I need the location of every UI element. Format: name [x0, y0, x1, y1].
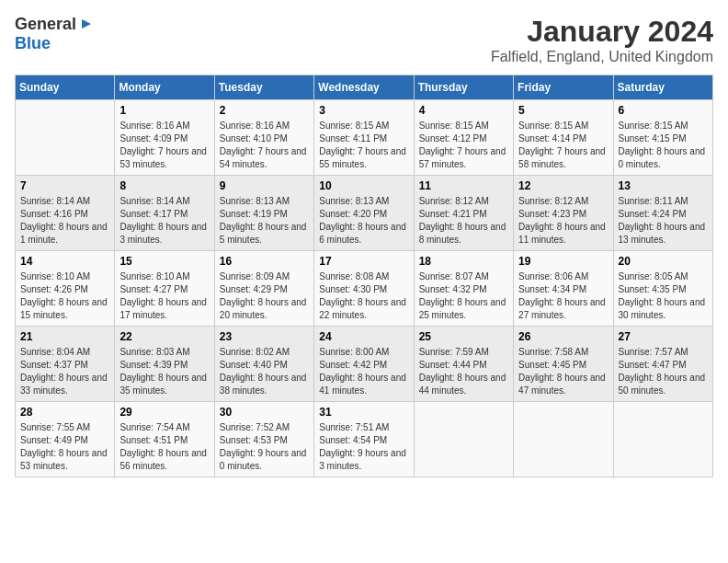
day-number: 24 [319, 330, 408, 343]
calendar-day-cell: 29Sunrise: 7:54 AMSunset: 4:51 PMDayligh… [115, 402, 214, 477]
day-info: Sunrise: 8:13 AMSunset: 4:19 PMDaylight:… [220, 195, 309, 247]
logo-general-text: General [15, 15, 76, 34]
day-number: 8 [119, 179, 209, 192]
calendar-day-cell: 26Sunrise: 7:58 AMSunset: 4:45 PMDayligh… [514, 327, 613, 402]
calendar-day-cell: 27Sunrise: 7:57 AMSunset: 4:47 PMDayligh… [613, 327, 712, 402]
day-info: Sunrise: 8:07 AMSunset: 4:32 PMDaylight:… [419, 270, 508, 322]
logo: General Blue [15, 15, 95, 53]
calendar-day-cell: 10Sunrise: 8:13 AMSunset: 4:20 PMDayligh… [314, 176, 414, 251]
calendar-week-row: 1Sunrise: 8:16 AMSunset: 4:09 PMDaylight… [16, 100, 713, 176]
logo-blue-text: Blue [15, 34, 51, 53]
calendar-day-cell: 28Sunrise: 7:55 AMSunset: 4:49 PMDayligh… [16, 402, 115, 477]
calendar-day-cell: 25Sunrise: 7:59 AMSunset: 4:44 PMDayligh… [414, 327, 513, 402]
day-number: 28 [20, 406, 109, 419]
calendar-day-cell: 6Sunrise: 8:15 AMSunset: 4:15 PMDaylight… [613, 100, 712, 176]
day-number: 22 [119, 330, 209, 343]
day-info: Sunrise: 8:03 AMSunset: 4:39 PMDaylight:… [119, 346, 209, 397]
day-number: 16 [220, 255, 309, 268]
calendar-week-row: 14Sunrise: 8:10 AMSunset: 4:26 PMDayligh… [16, 251, 713, 327]
day-number: 17 [319, 255, 408, 268]
calendar-day-cell: 4Sunrise: 8:15 AMSunset: 4:12 PMDaylight… [414, 100, 513, 176]
calendar-table: SundayMondayTuesdayWednesdayThursdayFrid… [15, 75, 713, 477]
day-number: 13 [619, 179, 708, 192]
day-info: Sunrise: 8:16 AMSunset: 4:10 PMDaylight:… [220, 120, 309, 171]
calendar-day-cell: 14Sunrise: 8:10 AMSunset: 4:26 PMDayligh… [16, 251, 115, 327]
day-info: Sunrise: 8:12 AMSunset: 4:23 PMDaylight:… [518, 195, 608, 247]
day-number: 3 [319, 104, 408, 117]
calendar-day-cell: 30Sunrise: 7:52 AMSunset: 4:53 PMDayligh… [214, 402, 313, 477]
calendar-week-row: 21Sunrise: 8:04 AMSunset: 4:37 PMDayligh… [16, 327, 713, 402]
day-info: Sunrise: 8:10 AMSunset: 4:27 PMDaylight:… [119, 270, 209, 322]
day-of-week-header: Monday [115, 75, 214, 100]
day-number: 7 [20, 179, 109, 192]
day-info: Sunrise: 8:09 AMSunset: 4:29 PMDaylight:… [220, 270, 309, 322]
day-info: Sunrise: 7:52 AMSunset: 4:53 PMDaylight:… [220, 421, 309, 473]
calendar-day-cell: 13Sunrise: 8:11 AMSunset: 4:24 PMDayligh… [613, 176, 712, 251]
day-number: 4 [419, 104, 508, 117]
day-info: Sunrise: 8:14 AMSunset: 4:17 PMDaylight:… [119, 195, 209, 247]
calendar-day-cell: 5Sunrise: 8:15 AMSunset: 4:14 PMDaylight… [514, 100, 613, 176]
calendar-header-row: SundayMondayTuesdayWednesdayThursdayFrid… [16, 75, 713, 100]
calendar-day-cell [613, 402, 712, 477]
day-number: 27 [619, 330, 708, 343]
day-number: 19 [518, 255, 608, 268]
calendar-day-cell: 19Sunrise: 8:06 AMSunset: 4:34 PMDayligh… [514, 251, 613, 327]
calendar-day-cell [514, 402, 613, 477]
calendar-day-cell: 17Sunrise: 8:08 AMSunset: 4:30 PMDayligh… [314, 251, 414, 327]
day-info: Sunrise: 7:54 AMSunset: 4:51 PMDaylight:… [119, 421, 209, 473]
calendar-day-cell: 1Sunrise: 8:16 AMSunset: 4:09 PMDaylight… [115, 100, 214, 176]
calendar-day-cell: 2Sunrise: 8:16 AMSunset: 4:10 PMDaylight… [214, 100, 313, 176]
header: General Blue January 2024 Falfield, Engl… [15, 15, 713, 65]
calendar-day-cell: 24Sunrise: 8:00 AMSunset: 4:42 PMDayligh… [314, 327, 414, 402]
calendar-body: 1Sunrise: 8:16 AMSunset: 4:09 PMDaylight… [16, 100, 713, 477]
location-title: Falfield, England, United Kingdom [491, 49, 713, 65]
calendar-day-cell: 31Sunrise: 7:51 AMSunset: 4:54 PMDayligh… [314, 402, 414, 477]
day-of-week-header: Sunday [16, 75, 115, 100]
day-info: Sunrise: 8:08 AMSunset: 4:30 PMDaylight:… [319, 270, 408, 322]
calendar-week-row: 28Sunrise: 7:55 AMSunset: 4:49 PMDayligh… [16, 402, 713, 477]
day-number: 26 [518, 330, 608, 343]
calendar-day-cell: 23Sunrise: 8:02 AMSunset: 4:40 PMDayligh… [214, 327, 313, 402]
day-info: Sunrise: 8:12 AMSunset: 4:21 PMDaylight:… [419, 195, 508, 247]
day-number: 1 [119, 104, 209, 117]
day-of-week-header: Saturday [613, 75, 712, 100]
day-info: Sunrise: 8:14 AMSunset: 4:16 PMDaylight:… [20, 195, 109, 247]
day-info: Sunrise: 8:00 AMSunset: 4:42 PMDaylight:… [319, 346, 408, 397]
calendar-day-cell: 9Sunrise: 8:13 AMSunset: 4:19 PMDaylight… [214, 176, 313, 251]
calendar-day-cell [16, 100, 115, 176]
day-number: 21 [20, 330, 109, 343]
calendar-day-cell: 8Sunrise: 8:14 AMSunset: 4:17 PMDaylight… [115, 176, 214, 251]
calendar-day-cell: 7Sunrise: 8:14 AMSunset: 4:16 PMDaylight… [16, 176, 115, 251]
day-number: 18 [419, 255, 508, 268]
calendar-day-cell: 11Sunrise: 8:12 AMSunset: 4:21 PMDayligh… [414, 176, 513, 251]
title-area: January 2024 Falfield, England, United K… [491, 15, 713, 65]
calendar-week-row: 7Sunrise: 8:14 AMSunset: 4:16 PMDaylight… [16, 176, 713, 251]
day-info: Sunrise: 8:15 AMSunset: 4:14 PMDaylight:… [518, 120, 608, 171]
day-info: Sunrise: 8:02 AMSunset: 4:40 PMDaylight:… [220, 346, 309, 397]
day-number: 30 [220, 406, 309, 419]
day-number: 23 [220, 330, 309, 343]
day-of-week-header: Thursday [414, 75, 513, 100]
day-of-week-header: Friday [514, 75, 613, 100]
day-info: Sunrise: 7:59 AMSunset: 4:44 PMDaylight:… [419, 346, 508, 397]
day-info: Sunrise: 8:15 AMSunset: 4:11 PMDaylight:… [319, 120, 408, 171]
calendar-day-cell: 3Sunrise: 8:15 AMSunset: 4:11 PMDaylight… [314, 100, 414, 176]
svg-marker-0 [82, 19, 91, 29]
day-info: Sunrise: 8:15 AMSunset: 4:12 PMDaylight:… [419, 120, 508, 171]
day-info: Sunrise: 8:05 AMSunset: 4:35 PMDaylight:… [619, 270, 708, 322]
day-info: Sunrise: 8:16 AMSunset: 4:09 PMDaylight:… [119, 120, 209, 171]
day-info: Sunrise: 7:57 AMSunset: 4:47 PMDaylight:… [619, 346, 708, 397]
calendar-day-cell [414, 402, 513, 477]
day-number: 11 [419, 179, 508, 192]
day-info: Sunrise: 7:55 AMSunset: 4:49 PMDaylight:… [20, 421, 109, 473]
calendar-day-cell: 15Sunrise: 8:10 AMSunset: 4:27 PMDayligh… [115, 251, 214, 327]
day-of-week-header: Wednesday [314, 75, 414, 100]
day-number: 2 [220, 104, 309, 117]
day-info: Sunrise: 8:13 AMSunset: 4:20 PMDaylight:… [319, 195, 408, 247]
logo-arrow-icon [78, 16, 95, 32]
day-number: 10 [319, 179, 408, 192]
day-of-week-header: Tuesday [214, 75, 313, 100]
day-info: Sunrise: 8:10 AMSunset: 4:26 PMDaylight:… [20, 270, 109, 322]
day-number: 14 [20, 255, 109, 268]
calendar-day-cell: 21Sunrise: 8:04 AMSunset: 4:37 PMDayligh… [16, 327, 115, 402]
